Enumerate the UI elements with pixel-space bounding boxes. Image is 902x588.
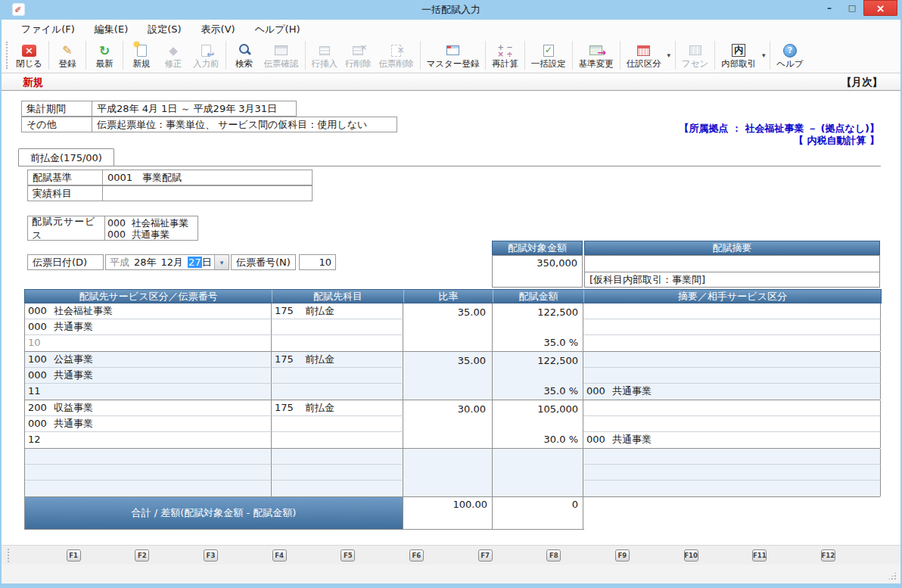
menu-settings[interactable]: 設定(S) (148, 23, 181, 36)
voucher-date-combobox[interactable]: 平成 28年 12月 27 日 (105, 254, 229, 270)
account-cell[interactable]: 175前払金 (272, 400, 403, 416)
voucher-number-input[interactable]: 10 (299, 254, 336, 270)
partner-service-cell[interactable] (583, 335, 881, 351)
voucher-number-cell[interactable]: 11 (25, 384, 272, 400)
ratio-cell[interactable]: 35.00 (403, 303, 493, 351)
voucher-number-cell[interactable]: 12 (25, 432, 272, 448)
fkey-f2[interactable]: F2 (135, 549, 149, 562)
menu-file[interactable]: ファイル(F) (21, 23, 75, 36)
memo-cell[interactable] (583, 352, 881, 368)
account-cell[interactable] (272, 481, 403, 496)
fkey-f6[interactable]: F6 (409, 549, 424, 562)
source-line: 000共通事業 (107, 229, 198, 240)
recalculate-button[interactable]: 再計算 (488, 39, 522, 71)
service-cell[interactable]: 100公益事業 (25, 352, 272, 368)
internal-transaction-dropdown-arrow-icon[interactable] (760, 51, 767, 59)
batch-setting-button[interactable]: 一括設定 (527, 39, 570, 71)
account-cell[interactable] (272, 449, 403, 465)
journal-category-dropdown-arrow-icon[interactable] (665, 51, 673, 59)
amount-cell[interactable]: 122,500 35.0 % (493, 303, 583, 351)
actual-account-value[interactable] (102, 185, 313, 201)
close-button[interactable]: 閉じる (12, 39, 46, 71)
sub-service-cell[interactable]: 000共通事業 (25, 319, 272, 335)
fkey-f5[interactable]: F5 (341, 549, 355, 562)
service-name: 社会福祉事業 (54, 305, 113, 316)
button-label: 伝票確認 (264, 59, 299, 69)
sub-service-cell[interactable]: 000共通事業 (25, 416, 272, 432)
minimize-button[interactable] (818, 0, 841, 16)
criteria-change-button[interactable]: 基準変更 (575, 39, 617, 71)
memo-cell[interactable] (583, 416, 881, 432)
help-button[interactable]: ヘルプ (773, 39, 807, 71)
partner-service-cell[interactable]: 000共通事業 (583, 384, 881, 400)
register-button[interactable]: 登録 (51, 39, 83, 71)
amount-cell[interactable] (493, 449, 583, 496)
account-cell[interactable] (272, 465, 403, 481)
total-ratio: 100.00 (403, 497, 493, 529)
aggregation-period-label: 集計期間 (21, 101, 92, 117)
account-cell[interactable] (272, 335, 403, 351)
allocation-table-header: 配賦先サービス区分／伝票番号 配賦先科目 比率 配賦金額 摘要／相手サービス区分 (24, 289, 882, 303)
close-window-button[interactable] (863, 0, 897, 16)
new-button[interactable]: 新規 (126, 39, 157, 71)
memo-cell[interactable] (583, 319, 881, 335)
search-button[interactable]: 検索 (229, 39, 260, 71)
service-cell[interactable]: 200収益事業 (25, 400, 272, 416)
memo-cell[interactable] (583, 449, 881, 465)
fkey-f1[interactable]: F1 (67, 549, 81, 562)
internal-transaction-button[interactable]: 内部取引 (717, 39, 760, 71)
ratio-cell[interactable]: 30.00 (403, 400, 493, 448)
voucher-number-cell[interactable]: 10 (25, 335, 272, 351)
maximize-button[interactable] (841, 0, 863, 16)
menu-edit[interactable]: 編集(E) (95, 23, 128, 36)
menu-help[interactable]: ヘルプ(H) (255, 23, 300, 36)
memo-cell[interactable] (583, 465, 881, 481)
resize-grip-icon[interactable] (888, 572, 896, 580)
ratio-cell[interactable] (403, 449, 493, 496)
partner-service-cell[interactable]: 000共通事業 (583, 432, 881, 448)
fkey-f3[interactable]: F3 (204, 549, 218, 562)
allocation-source-values[interactable]: 000社会福祉事業 000共通事業 (104, 216, 198, 240)
sub-service-cell[interactable] (25, 465, 272, 481)
allocation-memo-line1[interactable] (584, 255, 880, 272)
service-cell[interactable]: 000社会福祉事業 (25, 303, 272, 319)
fkey-f7[interactable]: F7 (478, 549, 493, 562)
refresh-button[interactable]: 最新 (89, 39, 120, 71)
sub-service-cell[interactable]: 000共通事業 (25, 368, 272, 384)
tab-prepaid-account[interactable]: 前払金(175/00) (18, 148, 114, 166)
allocation-basis-value[interactable]: 0001 事業配賦 (102, 170, 313, 185)
partner-service-cell[interactable] (583, 481, 881, 496)
amount-cell[interactable]: 122,500 35.0 % (493, 352, 583, 400)
target-amount-value[interactable]: 350,000 (492, 255, 583, 288)
state-bar: 新規 【月次】 (2, 73, 900, 91)
service-cell[interactable] (25, 449, 272, 465)
master-register-button[interactable]: マスター登録 (423, 39, 484, 71)
delete-voucher-icon (387, 42, 406, 58)
memo-cell[interactable] (583, 400, 881, 416)
fkey-f11[interactable]: F11 (752, 549, 767, 562)
help-icon (781, 42, 799, 58)
account-cell[interactable]: 175前払金 (272, 352, 403, 368)
date-dropdown-arrow-icon[interactable] (214, 255, 229, 269)
account-cell[interactable] (272, 432, 403, 448)
ratio-cell[interactable]: 35.00 (403, 352, 493, 400)
account-cell[interactable] (272, 416, 403, 432)
fkey-f9[interactable]: F9 (615, 549, 630, 562)
account-cell[interactable] (272, 368, 403, 384)
account-cell[interactable] (272, 384, 403, 400)
memo-cell[interactable] (583, 303, 881, 319)
fkey-f12[interactable]: F12 (821, 549, 835, 562)
fkey-f4[interactable]: F4 (272, 549, 287, 562)
total-difference: 0 (493, 497, 583, 529)
fkey-f8[interactable]: F8 (546, 549, 561, 562)
menu-view[interactable]: 表示(V) (201, 23, 235, 36)
account-cell[interactable]: 175前払金 (272, 303, 403, 319)
fkey-f10[interactable]: F10 (684, 549, 698, 562)
journal-category-button[interactable]: 仕訳区分 (623, 39, 665, 71)
voucher-number-cell[interactable] (25, 481, 272, 496)
account-cell[interactable] (272, 319, 403, 335)
amount-cell[interactable]: 105,000 30.0 % (493, 400, 583, 448)
date-day-selected[interactable]: 27 (188, 257, 202, 268)
memo-cell[interactable] (583, 368, 881, 384)
allocation-block: 000社会福祉事業 175前払金 35.00 122,500 35.0 % 00… (24, 303, 880, 352)
